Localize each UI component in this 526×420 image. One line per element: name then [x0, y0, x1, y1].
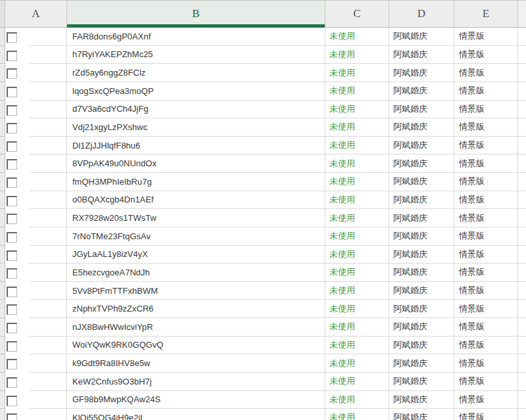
cell-version[interactable]: 情景版 — [454, 282, 518, 300]
cell-status[interactable]: 未使用 — [325, 118, 389, 137]
cell-a[interactable] — [5, 173, 67, 191]
cell-version[interactable]: 情景版 — [454, 264, 518, 282]
cell-status[interactable]: 未使用 — [325, 46, 389, 64]
cell-version[interactable]: 情景版 — [454, 28, 518, 46]
cell-vendor[interactable]: 阿斌婚庆 — [389, 64, 454, 82]
column-header-d[interactable]: D — [389, 1, 454, 27]
cell-status[interactable]: 未使用 — [325, 246, 389, 264]
row-checkbox[interactable] — [7, 68, 17, 79]
cell-code[interactable]: nJX8BwHWwIcviYpR — [67, 318, 325, 337]
cell-status[interactable]: 未使用 — [325, 373, 389, 391]
cell-a[interactable] — [5, 318, 67, 337]
cell-a[interactable] — [5, 354, 67, 373]
cell-vendor[interactable]: 阿斌婚庆 — [389, 46, 454, 64]
cell-version[interactable]: 情景版 — [454, 300, 518, 318]
cell-vendor[interactable]: 阿斌婚庆 — [389, 300, 454, 318]
cell-version[interactable]: 情景版 — [454, 337, 518, 355]
row-checkbox[interactable] — [7, 396, 17, 406]
cell-vendor[interactable]: 阿斌婚庆 — [389, 101, 454, 119]
cell-vendor[interactable]: 阿斌婚庆 — [389, 227, 454, 246]
cell-status[interactable]: 未使用 — [325, 209, 389, 227]
cell-code[interactable]: E5hezcvgoeA7NdJh — [67, 264, 325, 282]
cell-code[interactable]: k9Gdt9Ra8IHV8e5w — [67, 354, 325, 373]
cell-code[interactable]: lqogSxcQPea3moQP — [67, 82, 325, 101]
cell-code[interactable]: Dl1ZjJJHlqfF8hu6 — [67, 137, 325, 155]
cell-status[interactable]: 未使用 — [325, 227, 389, 246]
row-checkbox[interactable] — [7, 232, 17, 243]
cell-version[interactable]: 情景版 — [454, 246, 518, 264]
cell-version[interactable]: 情景版 — [454, 373, 518, 391]
row-checkbox[interactable] — [7, 105, 17, 116]
cell-a[interactable] — [5, 391, 67, 409]
cell-a[interactable] — [5, 300, 67, 318]
cell-a[interactable] — [5, 46, 67, 64]
cell-code[interactable]: GF98b9MwpKQAw24S — [67, 391, 325, 409]
cell-status[interactable]: 未使用 — [325, 82, 389, 101]
cell-code[interactable]: o0BQAXcgb4Dn1AEf — [67, 191, 325, 210]
cell-version[interactable]: 情景版 — [454, 64, 518, 82]
column-header-a[interactable]: A — [5, 1, 67, 27]
cell-vendor[interactable]: 阿斌婚庆 — [389, 154, 454, 173]
cell-code[interactable]: d7V3a6cdYCh4JjFg — [67, 101, 325, 119]
cell-version[interactable]: 情景版 — [454, 137, 518, 155]
cell-status[interactable]: 未使用 — [325, 264, 389, 282]
cell-code[interactable]: 8VPpAK49u0NUndOx — [67, 154, 325, 173]
cell-version[interactable]: 情景版 — [454, 409, 518, 420]
row-checkbox[interactable] — [7, 159, 17, 170]
cell-version[interactable]: 情景版 — [454, 46, 518, 64]
row-checkbox[interactable] — [7, 268, 17, 279]
cell-version[interactable]: 情景版 — [454, 154, 518, 173]
row-checkbox[interactable] — [7, 359, 17, 369]
cell-version[interactable]: 情景版 — [454, 173, 518, 191]
row-checkbox[interactable] — [7, 287, 17, 297]
cell-a[interactable] — [5, 246, 67, 264]
cell-vendor[interactable]: 阿斌婚庆 — [389, 282, 454, 300]
cell-code[interactable]: KlQi55QG4iH9e2iL — [67, 409, 325, 420]
cell-a[interactable] — [5, 209, 67, 227]
cell-a[interactable] — [5, 28, 67, 46]
cell-a[interactable] — [5, 154, 67, 173]
cell-vendor[interactable]: 阿斌婚庆 — [389, 191, 454, 210]
cell-a[interactable] — [5, 101, 67, 119]
cell-vendor[interactable]: 阿斌婚庆 — [389, 264, 454, 282]
cell-a[interactable] — [5, 264, 67, 282]
cell-vendor[interactable]: 阿斌婚庆 — [389, 373, 454, 391]
cell-version[interactable]: 情景版 — [454, 354, 518, 373]
cell-status[interactable]: 未使用 — [325, 173, 389, 191]
cell-vendor[interactable]: 阿斌婚庆 — [389, 318, 454, 337]
column-header-e[interactable]: E — [454, 1, 518, 27]
cell-vendor[interactable]: 阿斌婚庆 — [389, 137, 454, 155]
cell-a[interactable] — [5, 227, 67, 246]
cell-status[interactable]: 未使用 — [325, 282, 389, 300]
row-checkbox[interactable] — [7, 341, 17, 352]
cell-vendor[interactable]: 阿斌婚庆 — [389, 246, 454, 264]
cell-code[interactable]: fmQH3MPhIeIbRu7g — [67, 173, 325, 191]
cell-version[interactable]: 情景版 — [454, 391, 518, 409]
cell-vendor[interactable]: 阿斌婚庆 — [389, 209, 454, 227]
cell-vendor[interactable]: 阿斌婚庆 — [389, 28, 454, 46]
cell-code[interactable]: FAR8dons6gP0AXnf — [67, 28, 325, 46]
row-checkbox[interactable] — [7, 304, 17, 315]
cell-status[interactable]: 未使用 — [325, 409, 389, 420]
cell-status[interactable]: 未使用 — [325, 101, 389, 119]
cell-a[interactable] — [5, 337, 67, 355]
cell-status[interactable]: 未使用 — [325, 300, 389, 318]
row-checkbox[interactable] — [7, 87, 17, 97]
cell-code[interactable]: zNphxTVPh9zZxCR6 — [67, 300, 325, 318]
cell-a[interactable] — [5, 64, 67, 82]
cell-code[interactable]: 7rNoTMe23FtqGsAv — [67, 227, 325, 246]
cell-version[interactable]: 情景版 — [454, 209, 518, 227]
cell-version[interactable]: 情景版 — [454, 101, 518, 119]
cell-code[interactable]: rZd5ay6nggZ8FClz — [67, 64, 325, 82]
cell-status[interactable]: 未使用 — [325, 154, 389, 173]
cell-status[interactable]: 未使用 — [325, 137, 389, 155]
cell-vendor[interactable]: 阿斌婚庆 — [389, 173, 454, 191]
cell-a[interactable] — [5, 82, 67, 101]
row-checkbox[interactable] — [7, 177, 17, 188]
row-checkbox[interactable] — [7, 196, 17, 206]
column-header-c[interactable]: C — [325, 1, 389, 27]
row-checkbox[interactable] — [7, 413, 17, 420]
cell-status[interactable]: 未使用 — [325, 28, 389, 46]
row-checkbox[interactable] — [7, 51, 17, 61]
cell-code[interactable]: WoiYQwK9RK0GQGvQ — [67, 337, 325, 355]
